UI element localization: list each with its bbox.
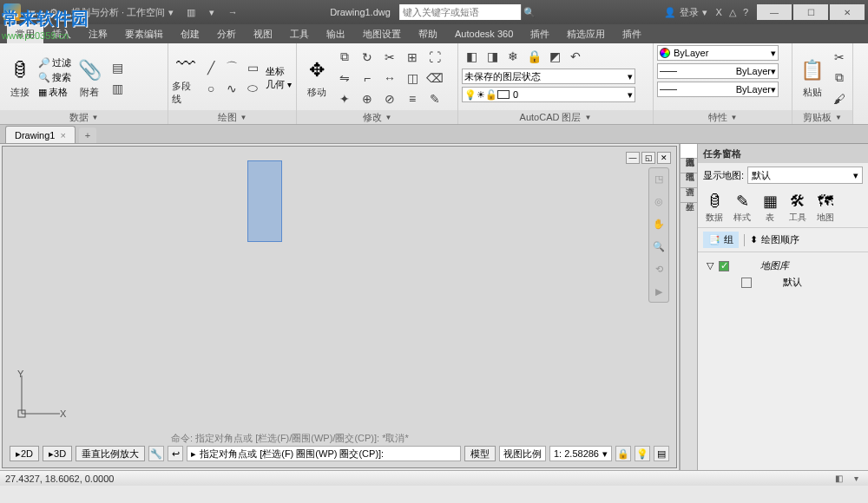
tp-data-button[interactable]: 🛢数据 xyxy=(701,191,727,224)
help-search-input[interactable] xyxy=(399,4,521,20)
status-tray-icon[interactable]: ◧ xyxy=(832,473,845,485)
qat-gear-icon[interactable]: ⚙ xyxy=(45,3,62,21)
help-icon[interactable]: ? xyxy=(743,7,748,18)
layerfreeze-icon[interactable]: ❄ xyxy=(503,47,523,66)
tp-tools-button[interactable]: 🛠工具 xyxy=(785,191,811,224)
zoom-icon[interactable]: 🔍 xyxy=(650,238,667,255)
model-tab[interactable]: 模型 xyxy=(464,446,496,461)
minimize-button[interactable]: — xyxy=(757,4,792,20)
array-icon[interactable]: ⊞ xyxy=(403,48,422,67)
tab-mapsetup[interactable]: 地图设置 xyxy=(354,24,410,43)
tab-insert[interactable]: 插入 xyxy=(43,24,80,43)
attach-button[interactable]: 📎附着 xyxy=(73,56,106,99)
status-bulb-icon[interactable]: 💡 xyxy=(635,446,650,461)
status-lock-icon[interactable]: 🔒 xyxy=(615,446,631,461)
vscale-button[interactable]: 垂直比例放大 xyxy=(76,446,145,461)
layermatch-icon[interactable]: ◩ xyxy=(545,47,564,66)
steering-wheel-icon[interactable]: ◎ xyxy=(650,193,667,210)
move-button[interactable]: ✥移动 xyxy=(300,56,333,99)
showmotion-icon[interactable]: ▶ xyxy=(650,283,667,300)
a360-icon[interactable]: △ xyxy=(729,7,736,18)
map-selector-dropdown[interactable]: 默认▾ xyxy=(747,167,863,184)
paste-button[interactable]: 📋粘贴 xyxy=(796,56,828,99)
layer-tool-icon[interactable]: ▤ xyxy=(108,58,127,77)
viewport-restore-icon[interactable]: ◱ xyxy=(641,152,655,164)
tp-table-button[interactable]: ▦表 xyxy=(757,191,783,224)
view-scale-dropdown[interactable]: 1: 2.58286 ▾ xyxy=(549,446,612,461)
tab-annotate[interactable]: 注释 xyxy=(80,24,116,43)
trim-icon[interactable]: ✂ xyxy=(380,48,399,67)
group-button[interactable]: 📑组 xyxy=(703,232,739,248)
linetype-dropdown[interactable]: ByLayer ▾ xyxy=(657,82,779,97)
view-scale-label[interactable]: 视图比例 xyxy=(499,446,546,461)
panel-modify-title[interactable]: 修改▼ xyxy=(297,110,457,124)
checkbox-default[interactable] xyxy=(741,278,752,288)
match-icon[interactable]: 🖌 xyxy=(830,89,849,108)
viewcube-icon[interactable]: ◳ xyxy=(650,170,667,187)
polyline-button[interactable]: 〰多段线 xyxy=(172,50,200,106)
tab-home[interactable]: 常用 xyxy=(7,24,43,43)
viewport-close-icon[interactable]: ✕ xyxy=(657,152,671,164)
status-expand-icon[interactable]: ▾ xyxy=(849,473,863,485)
layer-selector[interactable]: 💡 ☀ 🔓 0▾ xyxy=(462,87,635,102)
connect-button[interactable]: 🛢连接 xyxy=(3,56,36,99)
mode-3d-button[interactable]: ▸ 3D xyxy=(43,446,72,461)
tab-analyze[interactable]: 分析 xyxy=(208,24,245,43)
viewport-minimize-icon[interactable]: — xyxy=(626,152,640,164)
arc-icon[interactable]: ⌒ xyxy=(222,58,241,77)
orbit-icon[interactable]: ⟲ xyxy=(650,260,667,278)
tab-create[interactable]: 创建 xyxy=(172,24,208,43)
explode-icon[interactable]: ✦ xyxy=(335,89,354,108)
maximize-button[interactable]: ☐ xyxy=(793,4,828,20)
tree-default-row[interactable]: 默认 xyxy=(707,274,859,291)
stretch-icon[interactable]: ↔ xyxy=(380,69,399,88)
panel-properties-title[interactable]: 特性▼ xyxy=(654,110,792,124)
tab-featured[interactable]: 精选应用 xyxy=(558,24,614,43)
login-button[interactable]: 👤 登录 ▾ xyxy=(664,6,707,19)
new-doctab-button[interactable]: + xyxy=(79,127,96,143)
scale-icon[interactable]: ⛶ xyxy=(425,48,444,67)
tab-tools[interactable]: 工具 xyxy=(281,24,318,43)
layer-state-dropdown[interactable]: 未保存的图层状态▾ xyxy=(462,69,635,84)
drawing-canvas[interactable]: — ◱ ✕ ◳ ◎ ✋ 🔍 ⟲ ▶ YX 命令: 指定对角点或 [栏选(F)/圈… xyxy=(2,146,677,468)
layerprop-icon[interactable]: ◧ xyxy=(462,47,481,66)
layerlock-icon[interactable]: 🔒 xyxy=(524,47,543,66)
fillet-icon[interactable]: ⌐ xyxy=(358,69,377,88)
ellipse-icon[interactable]: ⬭ xyxy=(243,79,262,98)
qat-dropdown-icon[interactable]: ▾ xyxy=(24,3,42,21)
join-icon[interactable]: ⊕ xyxy=(358,89,377,108)
offset-icon[interactable]: ◫ xyxy=(403,69,422,88)
layeriso-icon[interactable]: ◨ xyxy=(483,47,502,66)
tp-tab-mapbook[interactable]: 地图簿 xyxy=(681,159,697,173)
exchange-icon[interactable]: X xyxy=(716,7,722,18)
filter-button[interactable]: 🔎过滤 xyxy=(38,56,71,69)
tp-tab-survey[interactable]: 调查 xyxy=(681,173,697,188)
app-icon[interactable] xyxy=(3,3,21,21)
history-icon[interactable]: ↩ xyxy=(168,446,183,461)
erase-icon[interactable]: ⌫ xyxy=(425,69,444,88)
wrench-icon[interactable]: 🔧 xyxy=(148,446,164,461)
cut-icon[interactable]: ✂ xyxy=(830,48,849,67)
qat-open-icon[interactable]: ▾ xyxy=(203,3,220,21)
panel-data-title[interactable]: 数据▼ xyxy=(0,110,168,124)
rotate-icon[interactable]: ↻ xyxy=(358,48,377,67)
tree-maplib-row[interactable]: ▽ ✓ 地图库 xyxy=(707,258,859,274)
checkbox-maplib[interactable]: ✓ xyxy=(719,261,729,271)
qat-arrow-icon[interactable]: → xyxy=(224,3,241,21)
copy-icon[interactable]: ⧉ xyxy=(335,48,354,67)
coord-geom-button[interactable]: 坐标几何 ▾ xyxy=(266,65,293,91)
collapse-icon[interactable]: ▽ xyxy=(707,260,713,271)
layer-tool2-icon[interactable]: ▥ xyxy=(108,79,127,98)
close-button[interactable]: ✕ xyxy=(830,4,865,20)
qat-new-icon[interactable]: ▥ xyxy=(182,3,200,21)
line-icon[interactable]: ╱ xyxy=(201,58,220,77)
table-button[interactable]: ▦表格 xyxy=(38,86,71,99)
lineweight-dropdown[interactable]: ByLayer ▾ xyxy=(657,63,779,79)
layerprev-icon[interactable]: ↶ xyxy=(566,47,585,66)
panel-draw-title[interactable]: 绘图▼ xyxy=(168,110,296,124)
tp-tab-coord[interactable]: 坐标 xyxy=(681,188,697,203)
command-input[interactable]: ▸指定对角点或 [栏选(F) 圈围(WP) 圈交(CP)]: xyxy=(187,446,461,461)
tab-plugin1[interactable]: 插件 xyxy=(522,24,558,43)
panel-clipboard-title[interactable]: 剪贴板▼ xyxy=(792,110,852,124)
search-button[interactable]: 🔍搜索 xyxy=(38,71,71,84)
